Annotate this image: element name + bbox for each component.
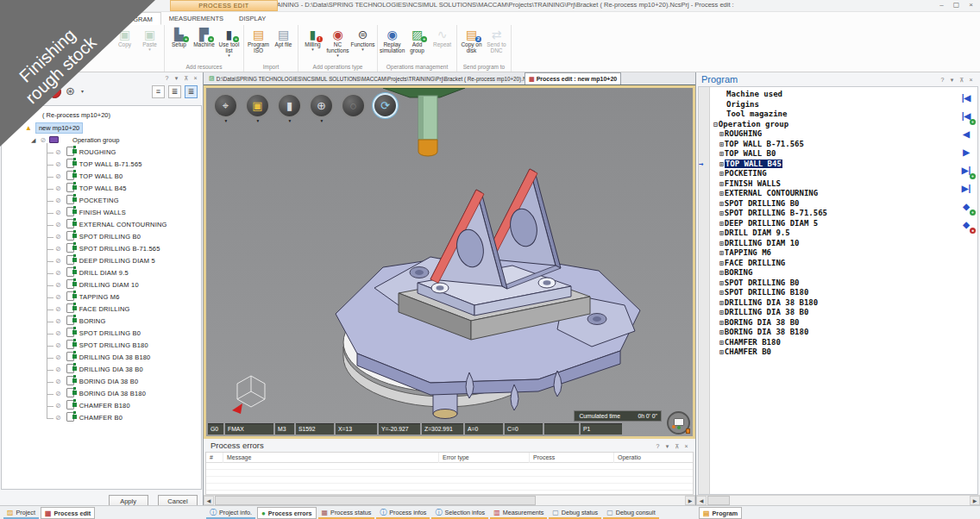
program-item[interactable]: ⊞DRILLING DIAM 10 xyxy=(712,239,955,249)
operation-item[interactable]: ⊘FACE DRILLING xyxy=(47,303,201,316)
eye-slash-icon[interactable]: ⊘ xyxy=(55,378,61,385)
horizontal-scrollbar[interactable]: ◀ ▶ xyxy=(204,495,695,505)
column-header[interactable]: # xyxy=(206,453,223,463)
ribbon-tab[interactable]: MEASUREMENTS xyxy=(161,12,231,25)
program-item[interactable]: ⊞POCKETING xyxy=(712,169,955,179)
eye-slash-icon[interactable]: ⊘ xyxy=(55,269,61,277)
expander-icon[interactable]: ⊞ xyxy=(719,260,724,267)
simulation-control-button[interactable]: ◆+ xyxy=(956,199,977,217)
workspace-tab[interactable]: ▨Project xyxy=(3,507,39,519)
operation-item[interactable]: ⊘TAPPING M6 xyxy=(47,291,201,303)
ribbon-button[interactable]: ⇄ Send to DNC xyxy=(484,26,509,53)
panel-control-button[interactable]: × xyxy=(682,441,691,451)
panel-tab[interactable]: ▤Program xyxy=(699,507,742,519)
viewport-tool-button[interactable]: ◌ xyxy=(341,93,367,123)
dropdown-arrow-icon[interactable]: ▾ xyxy=(277,118,303,123)
operation-item[interactable]: ⊘TOP WALL B0 xyxy=(47,171,201,183)
panel-control-button[interactable]: ? xyxy=(162,73,172,83)
ribbon-button[interactable]: ▮! Milling ▾ xyxy=(300,26,325,52)
eye-slash-icon[interactable]: ⊘ xyxy=(55,341,61,349)
expander-icon[interactable]: ⊞ xyxy=(719,269,724,277)
dropdown-arrow-icon[interactable]: ▾ xyxy=(213,118,239,123)
column-header[interactable]: Operatio xyxy=(614,453,693,463)
program-item[interactable]: ⊞BORING DIA 38 B180 xyxy=(712,328,955,338)
simulation-control-button[interactable]: |◀+ xyxy=(956,109,977,127)
program-item[interactable]: ⊞FACE DRILLING xyxy=(712,259,955,269)
program-item[interactable]: ⊞CHAMFER B180 xyxy=(712,338,955,348)
eye-slash-icon[interactable]: ⊘ xyxy=(55,414,61,422)
ribbon-tab[interactable]: DISPLAY xyxy=(231,12,273,25)
document-tab[interactable]: ▦Process edit : new mp10+20 xyxy=(525,72,621,84)
operation-item[interactable]: ⊘SPOT DRILLING B0 xyxy=(47,231,201,243)
viewport-tool-button[interactable]: ▮ ▾ xyxy=(277,93,303,123)
program-item[interactable]: ⊞CHAMFER B0 xyxy=(712,347,955,358)
ribbon-button[interactable]: ◉ Replay simulation xyxy=(380,26,405,53)
eye-slash-icon[interactable]: ⊘ xyxy=(55,293,61,301)
operation-item[interactable]: ⊘SPOT DRILLING B0 xyxy=(47,328,201,340)
expander-icon[interactable]: ⊞ xyxy=(719,348,724,356)
panel-control-button[interactable]: ⊼ xyxy=(181,73,191,83)
viewport-tool-button[interactable]: ⟳ xyxy=(373,93,399,123)
eye-slash-icon[interactable]: ⊘ xyxy=(55,184,61,192)
dropdown-arrow-icon[interactable]: ▾ xyxy=(245,118,271,123)
expander-icon[interactable]: ⊞ xyxy=(719,200,724,208)
eye-slash-icon[interactable]: ⊘ xyxy=(55,353,61,361)
expander-icon[interactable]: ⊞ xyxy=(719,141,724,148)
tree-current-item[interactable]: ▲new mp10+20 xyxy=(2,122,201,134)
program-item[interactable]: ⊞DEEP DRILLING DIAM 5 xyxy=(712,219,955,229)
status-tab[interactable]: ⓘProcess infos xyxy=(376,507,430,519)
program-item[interactable]: ⊞SPOT DRILLING B-71.565 xyxy=(712,209,955,219)
eye-slash-icon[interactable]: ⊘ xyxy=(55,233,61,241)
ribbon-button[interactable]: ◉ NC functions ▾ xyxy=(325,26,350,58)
expander-icon[interactable]: ⊞ xyxy=(719,180,724,188)
expander-icon[interactable]: ⊞ xyxy=(719,229,724,237)
panel-control-button[interactable]: × xyxy=(191,73,200,83)
eye-slash-icon[interactable]: ⊘ xyxy=(55,221,61,228)
tree-group-item[interactable]: ◢⊘Operation group xyxy=(2,134,201,147)
column-header[interactable]: Error type xyxy=(439,453,530,463)
simulation-control-button[interactable]: ▶| xyxy=(956,181,977,199)
expander-icon[interactable]: ⊞ xyxy=(719,170,724,178)
expander-icon[interactable]: ⊞ xyxy=(719,249,724,257)
eye-slash-icon[interactable]: ⊘ xyxy=(55,197,61,204)
window-control-button[interactable]: × xyxy=(964,0,978,10)
operation-item[interactable]: ⊘DRILLING DIA 38 B180 xyxy=(47,352,201,364)
3d-viewport[interactable]: ⌖ ▾ ▣ ▾ ▮ ▾ xyxy=(204,85,695,439)
operation-item[interactable]: ⊘ROUGHING xyxy=(47,147,201,159)
simulation-control-button[interactable]: ▶ xyxy=(956,145,977,163)
program-item[interactable]: ⊞TOP WALL B0 xyxy=(712,149,955,159)
eye-slash-icon[interactable]: ⊘ xyxy=(55,305,61,313)
panel-control-button[interactable]: × xyxy=(966,75,976,84)
status-tab[interactable]: ▥Measurements xyxy=(490,507,547,519)
expander-icon[interactable]: ◢ xyxy=(31,137,35,143)
program-item[interactable]: ⊞DRILLING DIA 38 B0 xyxy=(712,308,955,318)
window-control-button[interactable]: ▢ xyxy=(949,0,964,10)
program-item[interactable]: ⊞DRILL DIAM 9.5 xyxy=(712,228,955,239)
scroll-right-icon[interactable]: ▶ xyxy=(970,496,980,505)
program-item[interactable]: ⊞EXTERNAL CONTOURNING xyxy=(712,189,955,199)
program-item[interactable]: ⊞DRILLING DIA 38 B180 xyxy=(712,298,955,309)
program-item[interactable]: ⊞SPOT DRILLING B180 xyxy=(712,288,955,298)
panel-control-button[interactable]: ⊼ xyxy=(957,75,966,84)
eye-slash-icon[interactable]: ⊘ xyxy=(55,402,61,410)
simulation-control-button[interactable]: ◆● xyxy=(956,217,977,235)
scrollbar-thumb[interactable] xyxy=(215,496,536,505)
program-item[interactable]: Origins xyxy=(712,100,955,110)
program-item[interactable]: ⊞ROUGHING xyxy=(712,129,955,140)
program-item[interactable]: →⊞TOP WALL B45 xyxy=(712,159,955,170)
status-tab[interactable]: ⓘProject info. xyxy=(206,507,255,519)
operation-item[interactable]: ⊘POCKETING xyxy=(47,195,201,207)
ribbon-button[interactable]: ▨+ Add group xyxy=(405,26,430,53)
ribbon-button[interactable]: ▤ Program ISO xyxy=(246,26,271,53)
program-item[interactable]: Tool magazine xyxy=(712,109,955,120)
simulation-control-button[interactable]: ◀ xyxy=(956,127,977,145)
operation-item[interactable]: ⊘TOP WALL B45 xyxy=(47,183,201,195)
operation-item[interactable]: ⊘BORING DIA 38 B0 xyxy=(47,376,201,388)
expander-icon[interactable]: ⊞ xyxy=(719,279,724,287)
operation-item[interactable]: ⊘CHAMFER B0 xyxy=(47,412,201,424)
expander-icon[interactable]: ⊞ xyxy=(719,319,724,327)
eye-slash-icon[interactable]: ⊘ xyxy=(55,209,61,216)
expander-icon[interactable]: ⊞ xyxy=(719,328,724,336)
operation-item[interactable]: ⊘FINISH WALLS xyxy=(47,207,201,219)
list-view-toggle[interactable]: ≣ xyxy=(185,85,198,98)
